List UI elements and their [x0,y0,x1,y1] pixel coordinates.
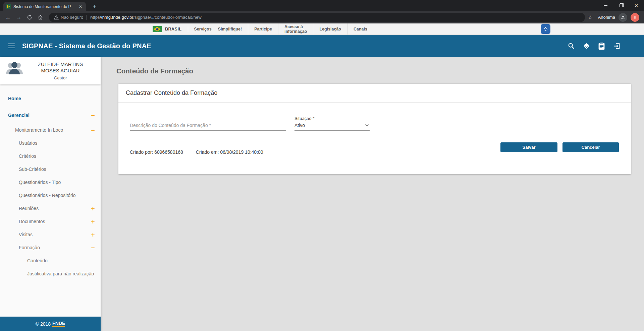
incognito-icon [619,13,627,22]
sidebar-item-monitoramento-in-loco[interactable]: Monitoramento In Loco− [0,124,101,137]
sidebar-item-sub-criterios[interactable]: Sub-Critérios [0,163,101,176]
sidebar-item-visitas[interactable]: Visitas+ [0,228,101,241]
plus-icon[interactable]: + [89,231,97,238]
plus-icon[interactable]: + [89,205,97,212]
plus-icon[interactable]: + [89,218,97,225]
url-path: /sigpnae/#/conteudoFormacao/new [133,15,202,20]
new-tab-button[interactable]: + [91,2,99,10]
gov-links: Simplifique!ParticipeAcesso à informação… [212,23,373,35]
browser-tab[interactable]: Sistema de Monitoramento do P ✕ [3,2,86,11]
bookmark-star-icon[interactable]: ☆ [588,14,592,20]
gov-link-4[interactable]: Canais [347,23,373,35]
sidebar-item-questionarios-repositorio[interactable]: Questionários - Repositório [0,189,101,202]
gov-brand-group: BRASIL Serviços [153,26,212,32]
minimize-button[interactable] [598,0,613,11]
card-title: Cadastrar Conteúdo da Formação [118,84,631,103]
sidebar-menu: HomeGerencial−Monitoramento In Loco−Usuá… [0,84,101,317]
sidebar-footer: © 2018 FNDE [0,317,101,331]
page-title: Conteúdo de Formação [116,67,631,75]
situacao-value: Ativo [294,123,365,128]
created-at-text: Criado em: 06/08/2019 10:40:00 [196,149,263,155]
minus-icon[interactable]: − [89,127,97,133]
browser-titlebar: Sistema de Monitoramento do P ✕ + ✕ [0,0,644,11]
sidebar-item-documentos[interactable]: Documentos+ [0,215,101,228]
cancel-button[interactable]: Cancelar [562,142,619,152]
sidebar-item-conteudo[interactable]: Conteúdo [0,254,101,267]
situacao-select[interactable]: Ativo [294,122,370,131]
tab-close-icon[interactable]: ✕ [78,4,83,9]
chevron-down-icon [365,124,369,127]
footer-copyright: © 2018 [36,321,51,327]
tab-title: Sistema de Monitoramento do P [13,4,78,9]
sidebar-item-label: Sub-Critérios [19,167,46,172]
sidebar-item-reunioes[interactable]: Reuniões+ [0,202,101,215]
sidebar-item-label: Monitoramento In Loco [15,127,63,133]
minus-icon[interactable]: − [89,112,97,119]
menu-hamburger-icon[interactable] [8,44,15,48]
sidebar-item-formacao[interactable]: Formação− [0,241,101,254]
sidebar: ZULEIDE MARTINS MOSES AGUIAR Gestor Home… [0,57,101,331]
close-button[interactable]: ✕ [629,0,644,11]
situacao-label: Situação * [294,116,370,121]
sidebar-item-label: Questionários - Tipo [19,180,61,185]
sidebar-item-label: Home [8,96,21,101]
layers-icon[interactable] [582,42,590,50]
minimize-icon [604,5,607,6]
sidebar-item-label: Usuários [19,140,37,146]
sidebar-item-usuarios[interactable]: Usuários [0,137,101,150]
browser-toolbar: ← → Não seguro https//hmg.fnde.gov.br/si… [0,11,644,23]
sidebar-item-home[interactable]: Home [0,92,101,105]
home-icon[interactable] [36,13,45,22]
browser-update-avatar-icon[interactable] [631,13,639,22]
footer-fnde-link[interactable]: FNDE [52,321,65,327]
created-by-text: Criado por: 60966580168 [130,149,183,155]
vlibras-wrap [535,23,550,35]
gov-link-0[interactable]: Simplifique! [212,23,248,35]
form-card: Cadastrar Conteúdo da Formação Situação … [118,84,631,174]
sidebar-item-label: Documentos [19,219,45,224]
clipboard-icon[interactable] [597,42,605,50]
gov-services-link[interactable]: Serviços [194,27,212,31]
gov-bar: BRASIL Serviços Simplifique!ParticipeAce… [0,23,644,35]
user-name: ZULEIDE MARTINS MOSES AGUIAR [32,61,89,74]
sidebar-item-label: Gerencial [8,113,30,118]
gov-separator [188,26,188,32]
vlibras-hands-icon[interactable] [541,24,550,34]
omnibox-divider [87,15,87,20]
gov-brand-label[interactable]: BRASIL [165,27,182,31]
security-label[interactable]: Não seguro [61,15,83,20]
user-role: Gestor [23,75,97,80]
sidebar-item-questionarios-tipo[interactable]: Questionários - Tipo [0,176,101,189]
address-bar[interactable]: Não seguro https//hmg.fnde.gov.br/sigpna… [49,13,585,22]
gov-link-1[interactable]: Participe [248,23,278,35]
situacao-field: Situação * Ativo [294,116,370,131]
save-button[interactable]: Salvar [500,142,557,152]
user-panel: ZULEIDE MARTINS MOSES AGUIAR Gestor [0,57,101,84]
sidebar-item-label: Justificativa para não realização [27,271,94,276]
back-icon[interactable]: ← [3,13,13,22]
sidebar-item-label: Questionários - Repositório [19,193,76,198]
sidebar-item-label: Conteúdo [27,258,48,263]
logout-icon[interactable] [612,42,621,50]
sidebar-item-justificativa-para-nao-realizacao[interactable]: Justificativa para não realização [0,267,101,280]
sidebar-item-label: Reuniões [19,206,39,211]
search-icon[interactable] [567,42,575,50]
not-secure-warning-icon [54,15,59,20]
sidebar-item-label: Visitas [19,232,33,237]
appbar-actions [567,42,621,50]
gov-link-3[interactable]: Legislação [313,23,347,35]
restore-icon [620,4,623,7]
app-title: SIGPNAE - Sistema de Gestão do PNAE [22,42,151,50]
minus-icon[interactable]: − [89,245,97,251]
restore-button[interactable] [613,0,629,11]
gov-link-2[interactable]: Acesso à informação [278,23,313,35]
sidebar-item-criterios[interactable]: Critérios [0,150,101,163]
description-input[interactable] [130,121,286,131]
user-avatar [5,61,23,78]
url-scheme: https [90,15,100,20]
sidebar-item-gerencial[interactable]: Gerencial− [0,109,101,122]
reload-icon[interactable] [25,13,34,22]
fnde-favicon-icon [6,4,11,9]
forward-icon[interactable]: → [14,13,23,22]
app-header: SIGPNAE - Sistema de Gestão do PNAE [0,35,644,57]
